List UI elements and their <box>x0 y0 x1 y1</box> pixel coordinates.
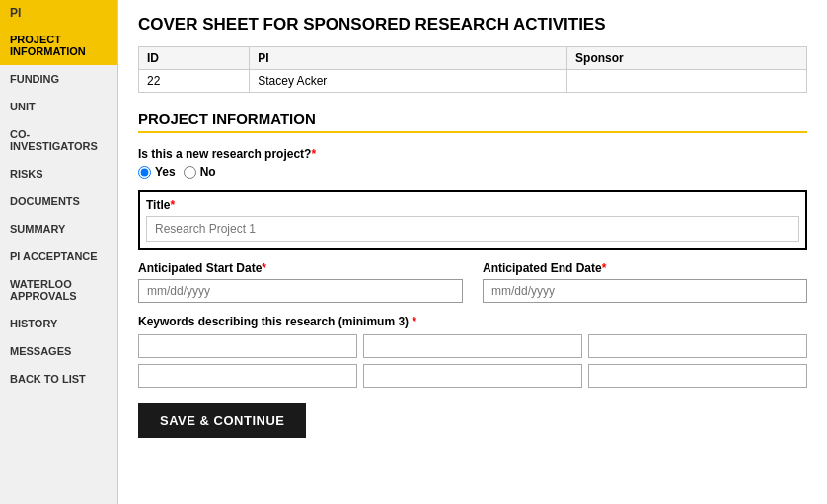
radio-yes-label[interactable]: Yes <box>138 165 176 179</box>
new-project-label: Is this a new research project?* <box>138 147 807 161</box>
start-date-label: Anticipated Start Date* <box>138 261 463 275</box>
sidebar-item-history[interactable]: History <box>0 310 117 337</box>
keywords-group: Keywords describing this research (minim… <box>138 315 807 388</box>
keywords-grid <box>138 334 807 388</box>
sidebar-item-waterloo-approvals[interactable]: Waterloo Approvals <box>0 270 117 310</box>
keyword-input-5[interactable] <box>363 364 582 388</box>
end-date-group: Anticipated End Date* <box>483 261 807 303</box>
sidebar-item-back-to-list[interactable]: Back to List <box>0 365 117 393</box>
start-date-input[interactable] <box>138 279 463 303</box>
keyword-input-6[interactable] <box>588 364 807 388</box>
col-pi: PI <box>250 47 567 70</box>
radio-yes[interactable] <box>138 166 151 179</box>
section-divider <box>138 131 807 133</box>
sidebar-item-pi-acceptance[interactable]: PI Acceptance <box>0 243 117 270</box>
radio-no-text: No <box>200 165 216 179</box>
section-title: Project Information <box>138 110 807 127</box>
sidebar-item-pi[interactable]: PI <box>0 0 117 26</box>
sidebar-item-documents[interactable]: Documents <box>0 187 117 215</box>
page-title: Cover Sheet for Sponsored Research Activ… <box>138 15 807 35</box>
sidebar-item-unit[interactable]: Unit <box>0 93 117 120</box>
keyword-input-1[interactable] <box>138 334 357 358</box>
table-row: 22 Stacey Acker <box>139 70 807 93</box>
cell-sponsor <box>567 70 807 93</box>
sidebar-item-risks[interactable]: Risks <box>0 160 117 187</box>
keyword-input-2[interactable] <box>363 334 582 358</box>
new-project-group: Is this a new research project?* Yes No <box>138 147 807 179</box>
cell-id: 22 <box>139 70 250 93</box>
end-date-input[interactable] <box>483 279 807 303</box>
keywords-label: Keywords describing this research (minim… <box>138 315 807 328</box>
keyword-input-3[interactable] <box>588 334 807 358</box>
title-label: Title* <box>146 198 799 212</box>
col-id: ID <box>139 47 250 70</box>
title-box: Title* <box>138 190 807 250</box>
col-sponsor: Sponsor <box>567 47 807 70</box>
main-content: Cover Sheet for Sponsored Research Activ… <box>118 0 827 504</box>
date-row: Anticipated Start Date* Anticipated End … <box>138 261 807 303</box>
sidebar-item-messages[interactable]: Messages <box>0 337 117 365</box>
save-continue-button[interactable]: SAVE & CONTINUE <box>138 403 306 438</box>
radio-no[interactable] <box>184 166 196 179</box>
end-date-label: Anticipated End Date* <box>483 261 807 275</box>
cell-pi: Stacey Acker <box>250 70 567 93</box>
sidebar-item-summary[interactable]: Summary <box>0 215 117 243</box>
sidebar: PI Project Information Funding Unit Co-I… <box>0 0 118 504</box>
sidebar-item-funding[interactable]: Funding <box>0 65 117 93</box>
sidebar-item-project-information[interactable]: Project Information <box>0 26 117 65</box>
radio-yes-text: Yes <box>155 165 176 179</box>
radio-no-label[interactable]: No <box>184 165 216 179</box>
keyword-input-4[interactable] <box>138 364 357 388</box>
summary-table: ID PI Sponsor 22 Stacey Acker <box>138 46 807 93</box>
radio-group: Yes No <box>138 165 807 179</box>
title-input[interactable] <box>146 216 799 242</box>
start-date-group: Anticipated Start Date* <box>138 261 463 303</box>
sidebar-item-co-investigators[interactable]: Co-Investigators <box>0 120 117 160</box>
